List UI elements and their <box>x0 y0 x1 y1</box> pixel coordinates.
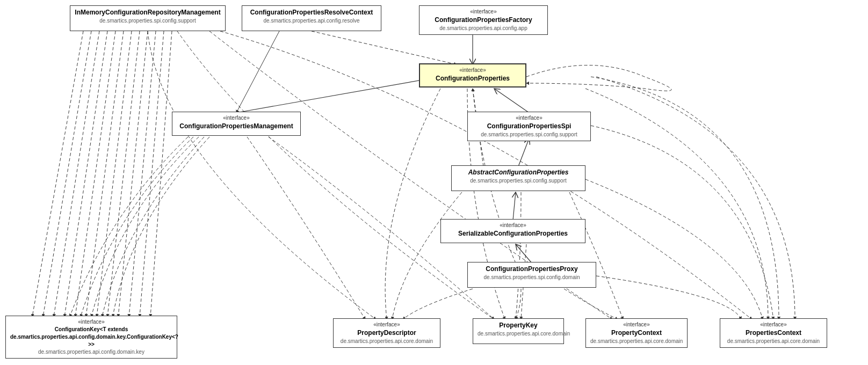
classname-configPropsResolveCtx: ConfigurationPropertiesResolveContext <box>247 8 377 17</box>
svg-line-3 <box>64 31 107 317</box>
classname-configPropsProxy: ConfigurationPropertiesProxy <box>472 265 591 274</box>
classname-configPropsManagement: ConfigurationPropertiesManagement <box>177 122 296 131</box>
classname-configPropsFactory: ConfigurationPropertiesFactory <box>424 16 543 25</box>
box-configPropsSpi: «interface» ConfigurationPropertiesSpi d… <box>467 112 591 141</box>
svg-line-6 <box>97 31 132 317</box>
box-configProps: «interface» ConfigurationProperties <box>419 63 526 87</box>
package-configPropsResolveCtx: de.smartics.properties.api.config.resolv… <box>247 17 377 25</box>
stereotype-propertiesContext: «interface» <box>725 321 822 328</box>
box-configPropsFactory: «interface» ConfigurationPropertiesFacto… <box>419 5 548 35</box>
stereotype-configPropsSpi: «interface» <box>472 114 586 122</box>
package-configPropsSpi: de.smartics.properties.spi.config.suppor… <box>472 131 586 138</box>
classname-propertyKey: PropertyKey <box>478 321 559 330</box>
stereotype-configKey: «interface» <box>10 318 172 326</box>
package-propertyContext: de.smartics.properties.api.core.domain <box>590 338 683 345</box>
stereotype-configPropsFactory: «interface» <box>424 8 543 16</box>
svg-line-8 <box>118 31 148 317</box>
box-configKey: «interface» ConfigurationKey<T extends d… <box>5 316 177 359</box>
svg-line-7 <box>107 31 140 317</box>
package-configPropsFactory: de.smartics.properties.api.config.app <box>424 25 543 32</box>
classname-inMemoryConfigRepo: InMemoryConfigurationRepositoryManagemen… <box>75 8 221 17</box>
stereotype-configPropsManagement: «interface» <box>177 114 296 122</box>
package-propertyKey: de.smartics.properties.api.core.domain <box>478 330 559 338</box>
arrows-svg <box>0 0 868 365</box>
box-configPropsProxy: ConfigurationPropertiesProxy de.smartics… <box>467 262 596 288</box>
box-propertiesContext: «interface» PropertiesContext de.smartic… <box>720 318 827 348</box>
svg-line-4 <box>75 31 115 317</box>
svg-line-13 <box>494 89 529 113</box>
svg-line-10 <box>140 31 164 317</box>
box-inMemoryConfigRepo: InMemoryConfigurationRepositoryManagemen… <box>70 5 226 31</box>
svg-line-0 <box>32 31 83 317</box>
package-propertiesContext: de.smartics.properties.api.core.domain <box>725 338 822 345</box>
classname-propertyContext: PropertyContext <box>590 328 683 338</box>
svg-line-5 <box>86 31 124 317</box>
package-configKey: de.smartics.properties.api.config.domain… <box>10 348 172 356</box>
classname-propertyDescriptor: PropertyDescriptor <box>338 328 436 338</box>
diagram-container: InMemoryConfigurationRepositoryManagemen… <box>0 0 868 365</box>
stereotype-configProps: «interface» <box>424 67 521 74</box>
classname-configProps: ConfigurationProperties <box>424 74 521 83</box>
package-configPropsProxy: de.smartics.properties.spi.config.domain <box>472 274 591 281</box>
svg-line-2 <box>54 31 99 317</box>
box-serializableConfigProps: «interface» SerializableConfigurationPro… <box>440 219 585 243</box>
svg-line-16 <box>516 244 532 263</box>
package-abstractConfigProps: de.smartics.properties.spi.config.suppor… <box>456 177 581 185</box>
classname-propertiesContext: PropertiesContext <box>725 328 822 338</box>
package-inMemoryConfigRepo: de.smartics.properties.spi.config.suppor… <box>75 17 221 25</box>
box-propertyDescriptor: «interface» PropertyDescriptor de.smarti… <box>333 318 440 348</box>
box-abstractConfigProps: AbstractConfigurationProperties de.smart… <box>451 165 585 191</box>
classname-configPropsSpi: ConfigurationPropertiesSpi <box>472 122 586 131</box>
stereotype-propertyContext: «interface» <box>590 321 683 328</box>
box-propertyContext: «interface» PropertyContext de.smartics.… <box>585 318 688 348</box>
classname-abstractConfigProps: AbstractConfigurationProperties <box>456 168 581 177</box>
svg-line-9 <box>129 31 156 317</box>
package-propertyDescriptor: de.smartics.properties.api.core.domain <box>338 338 436 345</box>
svg-line-11 <box>150 31 172 317</box>
classname-serializableConfigProps: SerializableConfigurationProperties <box>445 229 581 238</box>
stereotype-propertyDescriptor: «interface» <box>338 321 436 328</box>
classname-configKey: ConfigurationKey<T extends de.smartics.p… <box>10 326 172 348</box>
box-configPropsManagement: «interface» ConfigurationPropertiesManag… <box>172 112 301 136</box>
svg-line-15 <box>513 192 516 220</box>
stereotype-serializableConfigProps: «interface» <box>445 222 581 229</box>
box-propertyKey: PropertyKey de.smartics.properties.api.c… <box>473 318 564 344</box>
svg-line-14 <box>518 138 529 166</box>
svg-line-1 <box>43 31 91 317</box>
box-configPropsResolveCtx: ConfigurationPropertiesResolveContext de… <box>242 5 381 31</box>
